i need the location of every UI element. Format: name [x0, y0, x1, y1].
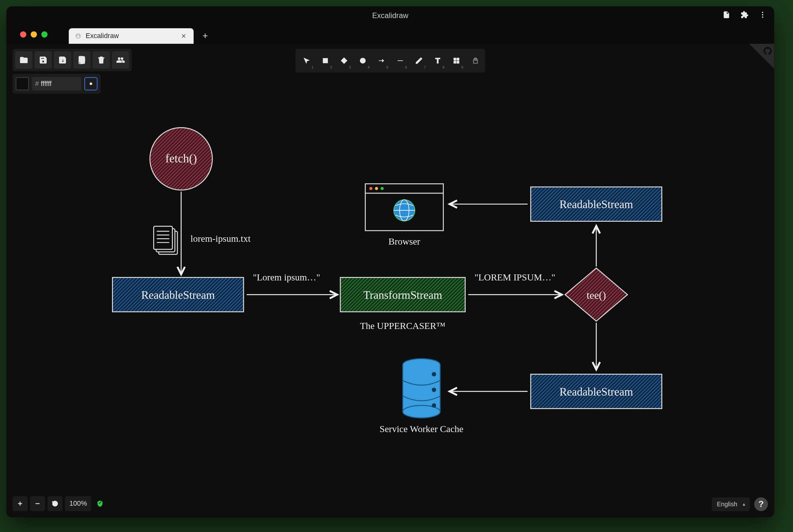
node-readablestream-1[interactable]: ReadableStream	[113, 278, 244, 312]
zoom-reset-button[interactable]	[47, 496, 62, 511]
node-rs3-label: ReadableStream	[560, 385, 633, 398]
app-window: Excalidraw Excalidraw × +	[6, 6, 774, 517]
extensions-icon[interactable]	[740, 11, 749, 21]
document-icon[interactable]	[722, 11, 731, 21]
window-zoom-light[interactable]	[41, 32, 47, 38]
edge-rs1-ts-label: "Lorem ipsum…"	[253, 272, 320, 282]
node-browser-label: Browser	[389, 236, 420, 246]
diagram: fetch() lorem-ipsum.txt	[6, 44, 774, 517]
node-rs1-label: ReadableStream	[141, 289, 215, 301]
tab-favicon	[75, 33, 81, 39]
node-file-label: lorem-ipsum.txt	[191, 233, 251, 244]
svg-point-0	[762, 12, 763, 13]
language-selector[interactable]: English	[712, 497, 750, 511]
node-readablestream-2[interactable]: ReadableStream	[531, 187, 662, 221]
zoom-label[interactable]: 100%	[65, 496, 91, 511]
browser-title: Excalidraw	[6, 12, 774, 20]
svg-point-41	[432, 372, 436, 377]
node-transformstream[interactable]: TransformStream	[340, 278, 465, 312]
node-ts-sublabel: The UPPERCASER™	[360, 321, 445, 331]
node-browser[interactable]: Browser	[365, 184, 443, 246]
svg-point-2	[762, 17, 763, 18]
zoom-toolbar: 100%	[13, 496, 104, 511]
svg-point-43	[432, 403, 436, 407]
browser-tabstrip: Excalidraw × +	[6, 25, 774, 44]
node-sw-cache[interactable]: Service Worker Cache	[380, 359, 463, 434]
tab-title: Excalidraw	[86, 32, 119, 40]
new-tab-button[interactable]: +	[198, 30, 212, 42]
svg-point-29	[369, 187, 372, 190]
node-fetch-label: fetch()	[165, 152, 197, 165]
zoom-out-button[interactable]	[30, 496, 45, 511]
svg-rect-19	[154, 226, 172, 249]
node-readablestream-3[interactable]: ReadableStream	[531, 374, 662, 408]
browser-tab[interactable]: Excalidraw ×	[69, 28, 194, 44]
traffic-lights	[20, 32, 47, 38]
window-minimize-light[interactable]	[31, 32, 37, 38]
zoom-in-button[interactable]	[13, 496, 27, 511]
browser-titlebar: Excalidraw	[6, 6, 774, 25]
bottom-right-toolbar: English ?	[712, 497, 768, 511]
node-ts-label: TransformStream	[363, 289, 442, 301]
edge-ts-tee-label: "LOREM IPSUM…"	[475, 272, 556, 282]
window-close-light[interactable]	[20, 32, 26, 38]
svg-point-1	[762, 14, 763, 15]
node-tee-label: tee()	[586, 289, 606, 301]
excalidraw-canvas[interactable]: # 1 2 3 4 5 6 7 8 9	[6, 44, 774, 517]
node-sw-cache-label: Service Worker Cache	[380, 424, 463, 434]
svg-point-42	[432, 388, 436, 392]
help-button[interactable]: ?	[754, 497, 768, 511]
tab-close-button[interactable]: ×	[179, 32, 188, 41]
language-label: English	[717, 500, 737, 508]
node-file-icon[interactable]: lorem-ipsum.txt	[154, 226, 251, 254]
more-icon[interactable]	[758, 11, 767, 21]
encryption-shield-icon[interactable]	[96, 500, 104, 508]
svg-point-30	[375, 187, 378, 190]
svg-point-31	[381, 187, 384, 190]
node-rs2-label: ReadableStream	[560, 198, 633, 211]
node-tee[interactable]: tee()	[565, 268, 627, 321]
node-fetch[interactable]: fetch()	[150, 128, 213, 190]
